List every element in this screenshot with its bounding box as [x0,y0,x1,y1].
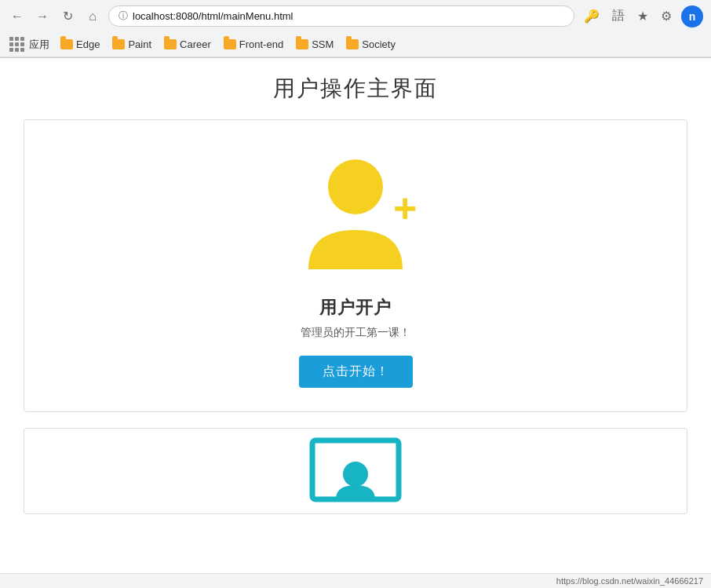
svg-point-0 [328,159,383,214]
folder-icon [60,39,73,49]
toolbar-icons: 🔑 語 ★ ⚙ n [581,5,703,27]
apps-dot [20,42,24,46]
home-button[interactable]: ⌂ [83,7,102,26]
apps-dot [9,48,13,52]
apps-dot [15,42,19,46]
card-heading: 用户开户 [319,296,392,320]
folder-icon [164,39,177,49]
folder-icon [224,39,236,49]
star-icon[interactable]: ★ [634,5,651,27]
browser-chrome: ← → ↻ ⌂ ⓘ localhost:8080/html/mainMenu.h… [0,0,711,58]
folder-icon [112,39,125,49]
apps-dot [20,48,24,52]
url-text: localhost:8080/html/mainMenu.html [133,10,564,22]
bookmark-ssm[interactable]: SSM [291,37,338,52]
apps-dot [9,37,13,41]
bookmark-career[interactable]: Career [159,37,216,52]
page-content: 用户操作主界面 + 用户开户 管理员的开工第一课！ 点击开始！ [0,58,711,561]
translate-icon[interactable]: 語 [609,5,628,27]
bookmark-society[interactable]: Society [341,37,400,52]
apps-dot [20,37,24,41]
svg-point-3 [343,462,368,487]
user-add-icon: + [293,144,418,277]
apps-grid-icon[interactable] [8,35,26,53]
reload-button[interactable]: ↻ [58,7,77,26]
bookmark-label: Edge [76,38,100,50]
user-avatar[interactable]: n [681,5,703,27]
bookmark-label: Paint [128,38,151,50]
bookmark-frontend[interactable]: Front-end [219,37,288,52]
bookmark-edge[interactable]: Edge [56,37,104,52]
back-button[interactable]: ← [8,7,27,26]
apps-dot [15,48,19,52]
bookmark-label: Front-end [239,38,283,50]
forward-button[interactable]: → [33,7,52,26]
bookmark-label: Career [180,38,211,50]
bookmark-paint[interactable]: Paint [108,37,156,52]
svg-text:+: + [393,185,417,231]
card-desc: 管理员的开工第一课！ [301,326,410,340]
apps-dot [15,37,19,41]
apps-label[interactable]: 应用 [29,38,49,52]
user-add-icon-wrap: + [293,144,418,280]
monitor-icon [308,436,403,514]
bookmark-label: Society [362,38,396,50]
lock-icon: ⓘ [118,9,128,23]
folder-icon [346,39,359,49]
key-icon[interactable]: 🔑 [581,5,603,27]
card-partial [24,428,687,514]
bookmark-label: SSM [312,38,334,50]
page-title: 用户操作主界面 [24,74,687,104]
apps-dot [9,42,13,46]
card-user-register: + 用户开户 管理员的开工第一课！ 点击开始！ [24,119,687,412]
folder-icon [296,39,308,49]
address-bar[interactable]: ⓘ localhost:8080/html/mainMenu.html [108,5,574,27]
nav-bar: ← → ↻ ⌂ ⓘ localhost:8080/html/mainMenu.h… [0,0,711,32]
extensions-icon[interactable]: ⚙ [658,5,675,27]
bookmarks-bar: 应用 Edge Paint Career Front-end SSM Socie… [0,32,711,57]
start-button[interactable]: 点击开始！ [299,356,413,388]
